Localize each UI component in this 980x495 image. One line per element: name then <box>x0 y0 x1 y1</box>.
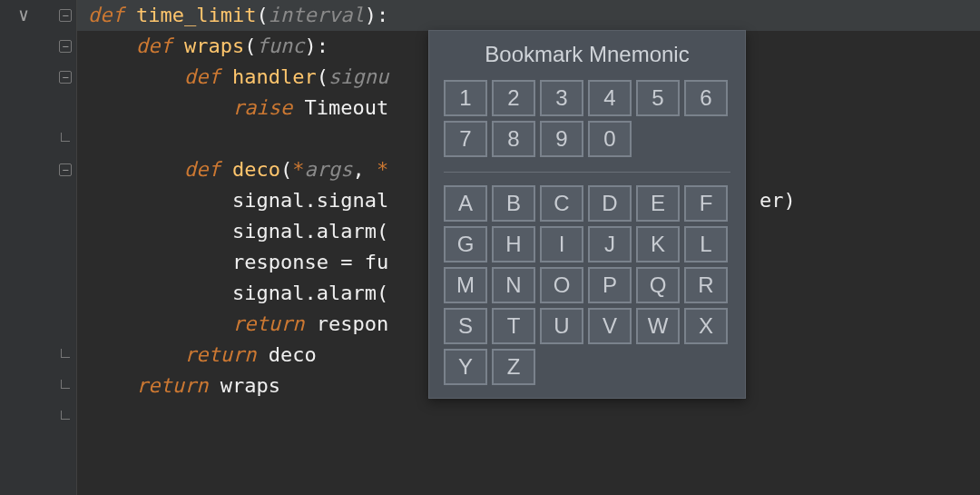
mnemonic-key-a[interactable]: A <box>444 185 487 222</box>
popup-title: Bookmark Mnemonic <box>444 42 730 67</box>
mnemonic-key-z[interactable]: Z <box>492 349 535 385</box>
mnemonic-key-j[interactable]: J <box>588 226 632 262</box>
fold-end-icon <box>61 349 70 358</box>
mnemonic-key-p[interactable]: P <box>588 267 632 303</box>
number-keys: 1234567890 <box>444 80 730 157</box>
fold-minus-icon[interactable]: − <box>59 71 72 84</box>
mnemonic-key-6[interactable]: 6 <box>684 80 728 116</box>
editor-gutter: ∨−−−− <box>0 0 77 495</box>
mnemonic-key-v[interactable]: V <box>588 308 632 344</box>
mnemonic-key-7[interactable]: 7 <box>444 121 487 157</box>
mnemonic-key-o[interactable]: O <box>540 267 583 303</box>
popup-divider <box>444 172 730 173</box>
mnemonic-key-9[interactable]: 9 <box>540 121 583 157</box>
mnemonic-key-l[interactable]: L <box>684 226 728 262</box>
mnemonic-key-w[interactable]: W <box>636 308 680 344</box>
mnemonic-key-y[interactable]: Y <box>444 349 487 385</box>
mnemonic-key-1[interactable]: 1 <box>444 80 487 116</box>
fold-end-icon <box>61 133 70 142</box>
mnemonic-key-x[interactable]: X <box>684 308 728 344</box>
mnemonic-key-k[interactable]: K <box>636 226 680 262</box>
mnemonic-key-s[interactable]: S <box>444 308 487 344</box>
mnemonic-key-4[interactable]: 4 <box>588 80 632 116</box>
mnemonic-key-r[interactable]: R <box>684 267 728 303</box>
fold-end-icon <box>61 411 70 420</box>
fold-minus-icon[interactable]: − <box>59 40 72 53</box>
mnemonic-key-8[interactable]: 8 <box>492 121 535 157</box>
mnemonic-key-e[interactable]: E <box>636 185 680 222</box>
fold-minus-icon[interactable]: − <box>59 163 72 176</box>
code-tail: er) <box>760 185 796 216</box>
code-line[interactable]: def time_limit(interval): <box>77 0 980 31</box>
mnemonic-key-c[interactable]: C <box>540 185 583 222</box>
mnemonic-key-h[interactable]: H <box>492 226 535 262</box>
fold-end-icon <box>61 380 70 389</box>
fold-minus-icon[interactable]: − <box>59 9 72 22</box>
mnemonic-key-t[interactable]: T <box>492 308 535 344</box>
mnemonic-key-i[interactable]: I <box>540 226 583 262</box>
mnemonic-key-5[interactable]: 5 <box>636 80 680 116</box>
mnemonic-key-d[interactable]: D <box>588 185 632 222</box>
bookmark-mnemonic-popup: Bookmark Mnemonic 1234567890 ABCDEFGHIJK… <box>428 30 746 399</box>
mnemonic-key-q[interactable]: Q <box>636 267 680 303</box>
mnemonic-key-g[interactable]: G <box>444 226 487 262</box>
mnemonic-key-f[interactable]: F <box>684 185 728 222</box>
mnemonic-key-u[interactable]: U <box>540 308 583 344</box>
method-chevron-icon[interactable]: ∨ <box>16 7 31 22</box>
mnemonic-key-2[interactable]: 2 <box>492 80 535 116</box>
mnemonic-key-m[interactable]: M <box>444 267 487 303</box>
mnemonic-key-b[interactable]: B <box>492 185 535 222</box>
mnemonic-key-n[interactable]: N <box>492 267 535 303</box>
letter-keys: ABCDEFGHIJKLMNOPQRSTUVWXYZ <box>444 185 730 385</box>
mnemonic-key-0[interactable]: 0 <box>588 121 632 157</box>
mnemonic-key-3[interactable]: 3 <box>540 80 583 116</box>
